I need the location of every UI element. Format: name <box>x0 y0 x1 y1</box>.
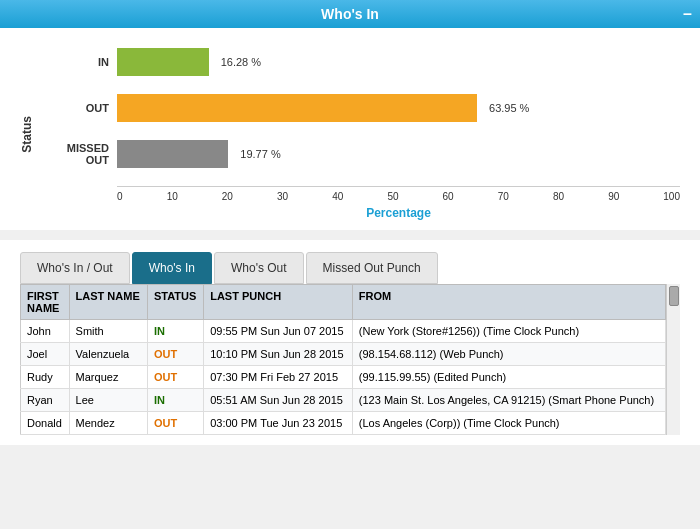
bar-chart: IN 16.28 % OUT 63.95 % <box>42 48 680 168</box>
table-row: Joel Valenzuela OUT 10:10 PM Sun Jun 28 … <box>21 343 666 366</box>
out-bar-value: 63.95 % <box>489 102 529 114</box>
y-axis-label: Status <box>20 116 34 153</box>
cell-from: (123 Main St. Los Angeles, CA 91215) (Sm… <box>352 389 665 412</box>
data-table: FIRSTNAME LAST NAME STATUS LAST PUNCH FR… <box>20 284 666 435</box>
cell-status: OUT <box>147 343 203 366</box>
table-row: John Smith IN 09:55 PM Sun Jun 07 2015 (… <box>21 320 666 343</box>
scrollbar-track[interactable] <box>666 284 680 435</box>
cell-from: (New York (Store#1256)) (Time Clock Punc… <box>352 320 665 343</box>
x-tick-50: 50 <box>387 191 398 202</box>
cell-from: (98.154.68.112) (Web Punch) <box>352 343 665 366</box>
col-header-first-name: FIRSTNAME <box>21 285 70 320</box>
cell-last-name: Smith <box>69 320 147 343</box>
missed-bar-value: 19.77 % <box>240 148 280 160</box>
table-scroll-inner: FIRSTNAME LAST NAME STATUS LAST PUNCH FR… <box>20 284 666 435</box>
col-header-status: STATUS <box>147 285 203 320</box>
tab-bar: Who's In / Out Who's In Who's Out Missed… <box>20 252 680 284</box>
cell-status: IN <box>147 320 203 343</box>
x-axis: 0 10 20 30 40 50 60 70 80 90 100 <box>117 186 680 202</box>
cell-last-name: Valenzuela <box>69 343 147 366</box>
out-bar-fill <box>117 94 477 122</box>
cell-last-punch: 07:30 PM Fri Feb 27 2015 <box>204 366 353 389</box>
cell-from: (Los Angeles (Corp)) (Time Clock Punch) <box>352 412 665 435</box>
x-axis-container: 0 10 20 30 40 50 60 70 80 90 100 Percent… <box>117 186 680 220</box>
x-tick-90: 90 <box>608 191 619 202</box>
in-bar-area: 16.28 % <box>117 48 680 76</box>
cell-first-name: Donald <box>21 412 70 435</box>
x-tick-10: 10 <box>167 191 178 202</box>
col-header-last-name: LAST NAME <box>69 285 147 320</box>
tab-whos-in[interactable]: Who's In <box>132 252 212 284</box>
in-bar-fill <box>117 48 209 76</box>
cell-status: OUT <box>147 412 203 435</box>
title-bar: Who's In – <box>0 0 700 28</box>
in-label: IN <box>42 56 117 68</box>
cell-last-punch: 03:00 PM Tue Jun 23 2015 <box>204 412 353 435</box>
out-label: OUT <box>42 102 117 114</box>
table-with-scroll: FIRSTNAME LAST NAME STATUS LAST PUNCH FR… <box>20 284 680 435</box>
x-tick-20: 20 <box>222 191 233 202</box>
x-axis-label: Percentage <box>117 206 680 220</box>
chart-inner: IN 16.28 % OUT 63.95 % <box>42 48 680 220</box>
table-row: Ryan Lee IN 05:51 AM Sun Jun 28 2015 (12… <box>21 389 666 412</box>
tab-whos-in-out[interactable]: Who's In / Out <box>20 252 130 284</box>
window-title: Who's In <box>321 6 379 22</box>
cell-status: IN <box>147 389 203 412</box>
cell-first-name: John <box>21 320 70 343</box>
missed-bar-fill <box>117 140 228 168</box>
cell-from: (99.115.99.55) (Edited Punch) <box>352 366 665 389</box>
x-tick-80: 80 <box>553 191 564 202</box>
cell-first-name: Ryan <box>21 389 70 412</box>
table-section: FIRSTNAME LAST NAME STATUS LAST PUNCH FR… <box>0 284 700 445</box>
cell-last-punch: 09:55 PM Sun Jun 07 2015 <box>204 320 353 343</box>
out-bar-area: 63.95 % <box>117 94 680 122</box>
x-tick-40: 40 <box>332 191 343 202</box>
cell-last-name: Marquez <box>69 366 147 389</box>
col-header-last-punch: LAST PUNCH <box>204 285 353 320</box>
cell-status: OUT <box>147 366 203 389</box>
chart-section: Status IN 16.28 % OUT <box>0 28 700 230</box>
tab-whos-out[interactable]: Who's Out <box>214 252 304 284</box>
cell-first-name: Rudy <box>21 366 70 389</box>
scrollbar-thumb[interactable] <box>669 286 679 306</box>
missed-bar-row: MISSED OUT 19.77 % <box>42 140 680 168</box>
missed-label: MISSED OUT <box>42 142 117 166</box>
cell-last-name: Lee <box>69 389 147 412</box>
x-tick-100: 100 <box>663 191 680 202</box>
in-bar-row: IN 16.28 % <box>42 48 680 76</box>
x-tick-30: 30 <box>277 191 288 202</box>
cell-last-punch: 10:10 PM Sun Jun 28 2015 <box>204 343 353 366</box>
tab-missed-out-punch[interactable]: Missed Out Punch <box>306 252 438 284</box>
table-row: Rudy Marquez OUT 07:30 PM Fri Feb 27 201… <box>21 366 666 389</box>
cell-last-punch: 05:51 AM Sun Jun 28 2015 <box>204 389 353 412</box>
out-bar-row: OUT 63.95 % <box>42 94 680 122</box>
cell-last-name: Mendez <box>69 412 147 435</box>
in-bar-value: 16.28 % <box>221 56 261 68</box>
tabs-section: Who's In / Out Who's In Who's Out Missed… <box>0 240 700 284</box>
x-tick-60: 60 <box>443 191 454 202</box>
x-tick-0: 0 <box>117 191 123 202</box>
table-row: Donald Mendez OUT 03:00 PM Tue Jun 23 20… <box>21 412 666 435</box>
col-header-from: FROM <box>352 285 665 320</box>
cell-first-name: Joel <box>21 343 70 366</box>
x-tick-70: 70 <box>498 191 509 202</box>
minimize-button[interactable]: – <box>683 6 692 22</box>
missed-bar-area: 19.77 % <box>117 140 680 168</box>
